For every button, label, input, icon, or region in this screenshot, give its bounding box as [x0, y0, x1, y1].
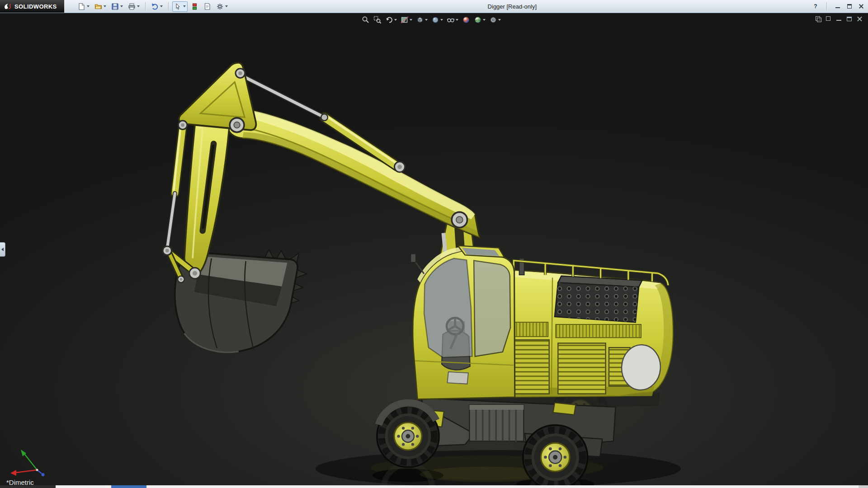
file-properties-button[interactable] [202, 1, 213, 12]
taskbar-edge-segment [0, 485, 56, 488]
save-button[interactable] [109, 1, 125, 12]
rebuild-button[interactable] [189, 1, 200, 12]
print-icon [128, 3, 136, 10]
options-button[interactable] [214, 1, 230, 12]
minimize-document-button[interactable] [836, 16, 842, 22]
section-view-button[interactable] [400, 15, 413, 24]
stick[interactable] [179, 63, 256, 276]
select-icon [174, 3, 182, 10]
window-controls: ? [812, 0, 864, 13]
maximize-button[interactable] [846, 3, 853, 9]
help-button[interactable]: ? [812, 3, 819, 9]
solidworks-window: { "window": { "brand": "SOLIDWORKS", "ti… [0, 0, 868, 488]
undo-icon [151, 3, 159, 10]
excavator-model[interactable] [0, 13, 868, 485]
ds-logo-icon [4, 3, 12, 10]
previous-view-icon [385, 16, 393, 24]
tile-windows-icon[interactable] [826, 16, 831, 22]
display-style-icon [431, 16, 439, 24]
x-axis [15, 470, 37, 473]
zoom-to-area-button[interactable] [373, 15, 382, 24]
section-view-icon [401, 16, 409, 24]
mirror [411, 254, 416, 262]
cab[interactable] [411, 246, 515, 399]
y-axis [24, 453, 37, 470]
hide-show-items-icon [447, 16, 455, 24]
hide-show-items-button[interactable] [446, 15, 459, 24]
select-button[interactable] [172, 1, 188, 12]
view-orientation-label: *Dimetric [6, 479, 34, 485]
view-settings-icon [489, 16, 497, 24]
edit-appearance-icon [462, 16, 470, 24]
taskbar-edge-segment [859, 485, 868, 488]
minimize-button[interactable] [835, 3, 841, 9]
floor-reflection [316, 450, 681, 485]
view-orientation-button[interactable] [415, 15, 429, 24]
document-window-controls [815, 16, 863, 22]
close-button[interactable] [858, 3, 864, 9]
windshield [424, 258, 472, 357]
file-properties-icon [203, 3, 211, 10]
graphics-area[interactable]: *Dimetric [0, 13, 868, 485]
view-orientation-icon [416, 16, 424, 24]
boom[interactable] [225, 108, 479, 238]
display-style-button[interactable] [430, 15, 444, 24]
chevron-left-icon [1, 248, 4, 251]
zoom-to-area-icon [373, 16, 382, 24]
reference-triad[interactable] [5, 445, 48, 478]
window-title: Digger [Read-only] [488, 3, 537, 10]
mirror-arm [415, 262, 424, 274]
cascade-windows-icon[interactable] [815, 16, 821, 22]
titlebar: SOLIDWORKS [0, 0, 868, 13]
open-icon [94, 3, 102, 10]
rebuild-icon [191, 3, 198, 10]
featuretree-collapse-tab[interactable] [0, 242, 5, 257]
toolbar-separator [826, 2, 827, 10]
wheel-rear-left[interactable] [523, 425, 588, 485]
taskbar-edge-segment [111, 485, 147, 488]
engine-housing[interactable] [499, 258, 673, 397]
open-button[interactable] [93, 1, 108, 12]
restore-document-button[interactable] [846, 16, 852, 22]
new-document-button[interactable] [76, 1, 91, 12]
undo-button[interactable] [149, 1, 165, 12]
taskbar-edge [0, 485, 868, 488]
previous-view-button[interactable] [384, 15, 398, 24]
solidworks-brand: SOLIDWORKS [0, 0, 64, 13]
save-icon [111, 3, 119, 10]
print-button[interactable] [126, 1, 142, 12]
brand-text: SOLIDWORKS [14, 3, 57, 10]
zoom-to-fit-button[interactable] [361, 15, 371, 24]
main-toolbar [76, 1, 230, 12]
view-settings-button[interactable] [488, 15, 502, 24]
headsup-view-toolbar [361, 15, 502, 24]
apply-scene-icon [474, 16, 482, 24]
side-window [474, 261, 510, 357]
options-icon [216, 3, 224, 10]
edit-appearance-button[interactable] [461, 15, 471, 24]
zoom-to-fit-icon [362, 16, 370, 24]
new-document-icon [78, 3, 85, 10]
bucket-cylinder[interactable] [167, 127, 183, 249]
toolbar-separator [168, 2, 169, 10]
toolbar-separator [145, 2, 146, 10]
close-document-button[interactable] [857, 16, 863, 22]
apply-scene-button[interactable] [473, 15, 486, 24]
